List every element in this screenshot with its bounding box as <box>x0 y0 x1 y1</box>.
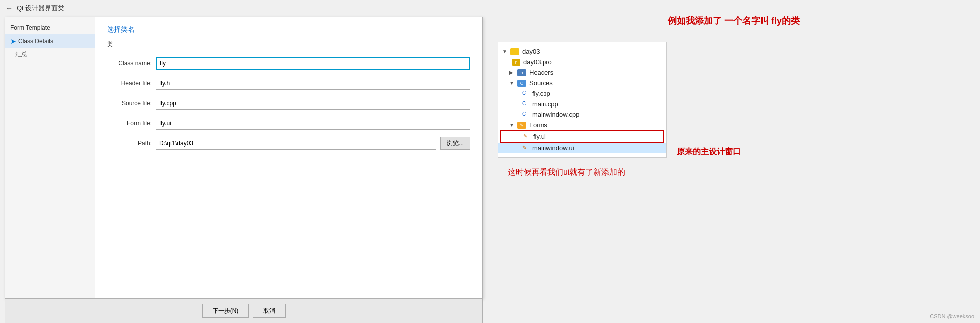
folder-icon-sources: C <box>517 80 526 87</box>
content-panel: 选择类名 类 Class name: Header file: <box>95 17 482 298</box>
file-icon-fly-ui: ✎ <box>523 133 530 140</box>
side-annotation: 原来的主设计窗口 <box>677 147 741 157</box>
tree-label-day03pro: day03.pro <box>523 58 552 66</box>
form-file-row: Form file: <box>107 117 470 130</box>
file-icon-pro: p <box>512 59 520 66</box>
source-file-label: Source file: <box>107 100 152 107</box>
back-arrow[interactable]: ← <box>6 4 13 12</box>
title-bar: ← Qt 设计器界面类 <box>0 0 488 17</box>
tree-label-forms: Forms <box>529 121 547 129</box>
tree-node-main-cpp[interactable]: C main.cpp <box>498 99 666 109</box>
form-file-input[interactable] <box>156 117 470 130</box>
nav-label-class-details: Class Details <box>18 38 53 45</box>
watermark: CSDN @weeksoo <box>930 313 974 319</box>
file-icon-mainwindow-cpp: C <box>522 111 529 118</box>
class-label: 类 <box>107 40 470 49</box>
annotation-bottom: 这时候再看我们ui就有了新添加的 <box>508 167 970 178</box>
expand-sources: ▼ <box>509 80 515 86</box>
annotation-top: 例如我添加了 一个名字叫 fly的类 <box>498 15 970 27</box>
file-icon-mainwindow-ui: ✎ <box>522 145 529 152</box>
nav-item-form-template[interactable]: Form Template <box>5 21 95 34</box>
expand-forms: ▼ <box>509 122 515 128</box>
wizard-dialog: Form Template ➤ Class Details 汇总 选择类名 类 <box>5 17 483 299</box>
tree-node-fly-cpp[interactable]: C fly.cpp <box>498 88 666 99</box>
tree-node-mainwindow-cpp[interactable]: C mainwindow.cpp <box>498 109 666 120</box>
folder-icon-headers: h <box>517 69 526 76</box>
source-file-input[interactable] <box>156 97 470 110</box>
browse-button[interactable]: 浏览... <box>440 137 470 150</box>
folder-icon-forms: ✎ <box>517 122 526 129</box>
class-name-row: Class name: <box>107 57 470 70</box>
path-input[interactable] <box>156 137 436 150</box>
file-tree: ▼ day03 p day03.pro ▶ h Headers <box>498 42 667 158</box>
tree-node-sources[interactable]: ▼ C Sources <box>498 78 666 88</box>
tree-label-mainwindow-ui: mainwindow.ui <box>532 144 574 152</box>
source-file-row: Source file: <box>107 97 470 110</box>
nav-item-class-details[interactable]: ➤ Class Details <box>5 34 95 48</box>
tree-label-headers: Headers <box>529 69 553 76</box>
section-title: 选择类名 <box>107 25 470 34</box>
class-name-label: Class name: <box>107 60 152 67</box>
tree-node-headers[interactable]: ▶ h Headers <box>498 67 666 78</box>
form-file-label: Form file: <box>107 120 152 127</box>
tree-node-mainwindow-ui[interactable]: ✎ mainwindow.ui <box>498 143 666 153</box>
expand-day03: ▼ <box>502 49 508 54</box>
tree-label-fly-ui: fly.ui <box>533 133 546 140</box>
nav-active-arrow: ➤ <box>10 37 16 45</box>
tree-label-mainwindow-cpp: mainwindow.cpp <box>532 111 579 118</box>
tree-label-fly-cpp: fly.cpp <box>532 90 550 97</box>
path-row: Path: 浏览... <box>107 137 470 150</box>
file-icon-main-cpp: C <box>522 101 529 108</box>
tree-node-day03pro[interactable]: p day03.pro <box>498 57 666 67</box>
tree-label-main-cpp: main.cpp <box>532 100 558 108</box>
expand-headers: ▶ <box>509 70 515 75</box>
class-name-input[interactable] <box>156 57 470 70</box>
tree-node-forms[interactable]: ▼ ✎ Forms <box>498 120 666 130</box>
nav-label-form-template: Form Template <box>10 24 50 31</box>
header-file-label: Header file: <box>107 80 152 87</box>
header-file-row: Header file: <box>107 77 470 90</box>
window-title: Qt 设计器界面类 <box>17 4 64 13</box>
button-bar: 下一步(N) 取消 <box>5 299 483 323</box>
next-button[interactable]: 下一步(N) <box>202 304 249 318</box>
tree-label-sources: Sources <box>529 79 553 87</box>
header-file-input[interactable] <box>156 77 470 90</box>
file-icon-fly-cpp: C <box>522 90 529 97</box>
nav-item-summary[interactable]: 汇总 <box>5 48 95 61</box>
nav-panel: Form Template ➤ Class Details 汇总 <box>5 17 95 298</box>
cancel-button[interactable]: 取消 <box>253 304 286 318</box>
folder-icon-day03 <box>510 48 519 55</box>
annotation-area: 例如我添加了 一个名字叫 fly的类 ▼ day03 p day03.pro <box>488 0 980 323</box>
path-label: Path: <box>107 140 152 147</box>
tree-node-fly-ui[interactable]: ✎ fly.ui <box>500 130 664 143</box>
nav-label-summary: 汇总 <box>15 50 27 59</box>
tree-node-root[interactable]: ▼ day03 <box>498 46 666 57</box>
tree-label-day03: day03 <box>522 48 540 55</box>
